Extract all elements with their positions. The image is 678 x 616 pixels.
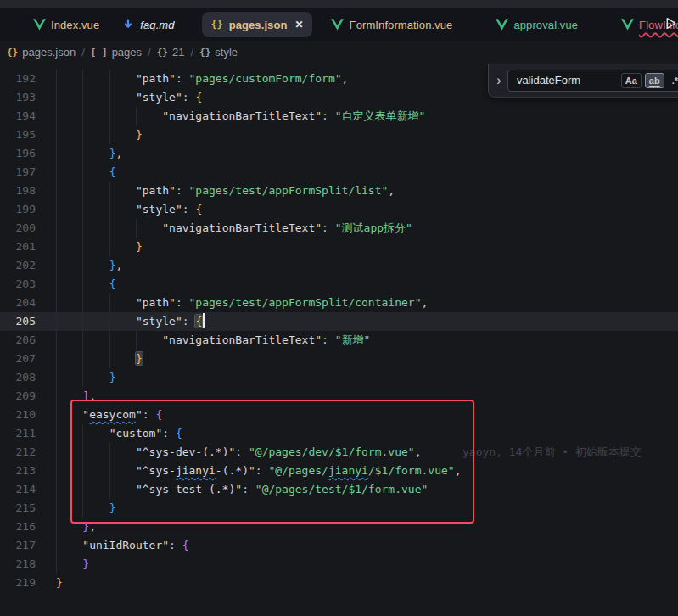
- indent-guide: [56, 312, 57, 331]
- line-number[interactable]: 197: [0, 163, 36, 182]
- code-line[interactable]: 207 }: [0, 350, 678, 368]
- code-line[interactable]: 197 {: [0, 163, 678, 182]
- line-number[interactable]: 214: [0, 480, 36, 499]
- tab-faq-md[interactable]: faq.md: [113, 12, 182, 37]
- indent-guide: [82, 88, 83, 107]
- run-button[interactable]: [664, 16, 678, 33]
- code-text: "path": "pages/test/appFormSplit/list",: [36, 182, 678, 200]
- code-line[interactable]: 199 "style": {: [0, 200, 678, 219]
- indent-guide: [56, 275, 57, 294]
- line-number[interactable]: 206: [0, 331, 36, 350]
- code-text: "^sys-test-(.*)": "@/pages/test/$1/form.…: [36, 480, 678, 499]
- line-number[interactable]: 217: [0, 536, 36, 555]
- code-line[interactable]: 196 },: [0, 144, 678, 163]
- line-number[interactable]: 209: [0, 387, 36, 406]
- line-number[interactable]: 211: [0, 424, 36, 443]
- line-number[interactable]: 213: [0, 462, 36, 480]
- code-line[interactable]: 210 "easycom": {: [0, 406, 678, 424]
- tab-index-vue[interactable]: Index.vue: [24, 12, 108, 37]
- braces-icon: {}: [199, 47, 210, 58]
- code-line[interactable]: 217 "uniIdRouter": {: [0, 536, 678, 555]
- breadcrumb-label: 21: [172, 46, 184, 59]
- code-text: "navigationBarTitleText": "新增": [36, 331, 678, 350]
- indent-guide: [82, 331, 83, 350]
- breadcrumb-item-21[interactable]: {}21: [157, 46, 185, 59]
- indent-guide: [109, 443, 110, 462]
- indent-guide: [82, 107, 83, 126]
- brackets-icon: [ ]: [91, 47, 108, 58]
- code-line[interactable]: 214 "^sys-test-(.*)": "@/pages/test/$1/f…: [0, 480, 678, 499]
- tab-approval-vue[interactable]: approval.vue: [486, 12, 586, 37]
- code-text: "navigationBarTitleText": "测试app拆分": [36, 219, 678, 238]
- line-number[interactable]: 200: [0, 219, 36, 238]
- breadcrumb-item-style[interactable]: {}style: [199, 46, 238, 59]
- line-number[interactable]: 192: [0, 70, 36, 88]
- line-number[interactable]: 207: [0, 350, 36, 368]
- tab-label: approval.vue: [513, 19, 578, 31]
- line-number[interactable]: 198: [0, 182, 36, 200]
- indent-guide: [109, 312, 110, 331]
- code-line[interactable]: 218 }: [0, 555, 678, 574]
- line-number[interactable]: 203: [0, 275, 36, 294]
- regex-button[interactable]: .*: [668, 73, 678, 88]
- code-line[interactable]: 216 },: [0, 518, 678, 536]
- line-number[interactable]: 212: [0, 443, 36, 462]
- line-number[interactable]: 208: [0, 368, 36, 387]
- code-line[interactable]: 212 "^sys-dev-(.*)": "@/pages/dev/$1/for…: [0, 443, 678, 462]
- vue-icon: [32, 18, 46, 31]
- code-line[interactable]: 213 "^sys-jianyi-(.*)": "@/pages/jianyi/…: [0, 462, 678, 480]
- line-number[interactable]: 201: [0, 238, 36, 256]
- code-line[interactable]: 195 }: [0, 126, 678, 144]
- indent-guide: [56, 126, 57, 144]
- indent-guide: [56, 182, 57, 200]
- find-input[interactable]: [517, 74, 618, 87]
- line-number[interactable]: 218: [0, 555, 36, 574]
- code-line[interactable]: 211 "custom": {: [0, 424, 678, 443]
- line-number[interactable]: 219: [0, 574, 36, 592]
- line-number[interactable]: 215: [0, 499, 36, 518]
- code-line[interactable]: 205 "style": {: [0, 312, 678, 331]
- indent-guide: [56, 144, 57, 163]
- indent-guide: [109, 480, 110, 499]
- code-line[interactable]: 200 "navigationBarTitleText": "测试app拆分": [0, 219, 678, 238]
- line-number[interactable]: 196: [0, 144, 36, 163]
- breadcrumb-item-pages[interactable]: [ ]pages: [91, 46, 142, 59]
- vue-icon: [620, 18, 634, 31]
- line-number[interactable]: 205: [0, 312, 36, 331]
- tab-forminformation-vue[interactable]: FormInformation.vue: [322, 12, 462, 37]
- code-line[interactable]: 204 "path": "pages/test/appFormSplit/con…: [0, 294, 678, 312]
- line-number[interactable]: 204: [0, 294, 36, 312]
- code-line[interactable]: 202 },: [0, 256, 678, 275]
- indent-guide: [82, 70, 83, 88]
- code-editor[interactable]: 192 "path": "pages/customForm/form",193 …: [0, 64, 678, 616]
- line-number[interactable]: 202: [0, 256, 36, 275]
- breadcrumb-item-pages-json[interactable]: {}pages.json: [7, 46, 76, 59]
- code-line[interactable]: 208 }: [0, 368, 678, 387]
- code-lines: 192 "path": "pages/customForm/form",193 …: [0, 64, 678, 592]
- indent-guide: [56, 462, 57, 480]
- indent-guide: [109, 219, 110, 238]
- line-number[interactable]: 194: [0, 107, 36, 126]
- code-line[interactable]: 201 }: [0, 238, 678, 256]
- code-line[interactable]: 198 "path": "pages/test/appFormSplit/lis…: [0, 182, 678, 200]
- line-number[interactable]: 199: [0, 200, 36, 219]
- code-line[interactable]: 209 ],: [0, 387, 678, 406]
- code-line[interactable]: 203 {: [0, 275, 678, 294]
- tab-pages-json[interactable]: {}pages.json✕: [202, 12, 312, 37]
- code-line[interactable]: 219}: [0, 574, 678, 592]
- code-line[interactable]: 215 }: [0, 499, 678, 518]
- match-case-button[interactable]: Aa: [621, 73, 642, 88]
- line-number[interactable]: 193: [0, 88, 36, 107]
- close-icon[interactable]: ✕: [295, 19, 304, 31]
- tab-bar: Index.vuefaq.md{}pages.json✕FormInformat…: [0, 8, 678, 41]
- code-text: },: [36, 256, 678, 275]
- tab-label: Index.vue: [51, 19, 99, 31]
- line-number[interactable]: 195: [0, 126, 36, 144]
- code-line[interactable]: 206 "navigationBarTitleText": "新增": [0, 331, 678, 350]
- line-number[interactable]: 216: [0, 518, 36, 536]
- toggle-replace-chevron-icon[interactable]: ›: [493, 73, 505, 88]
- whole-word-button[interactable]: ab: [645, 73, 664, 88]
- line-number[interactable]: 210: [0, 406, 36, 424]
- indent-guide: [136, 219, 137, 238]
- code-line[interactable]: 194 "navigationBarTitleText": "自定义表单新增": [0, 107, 678, 126]
